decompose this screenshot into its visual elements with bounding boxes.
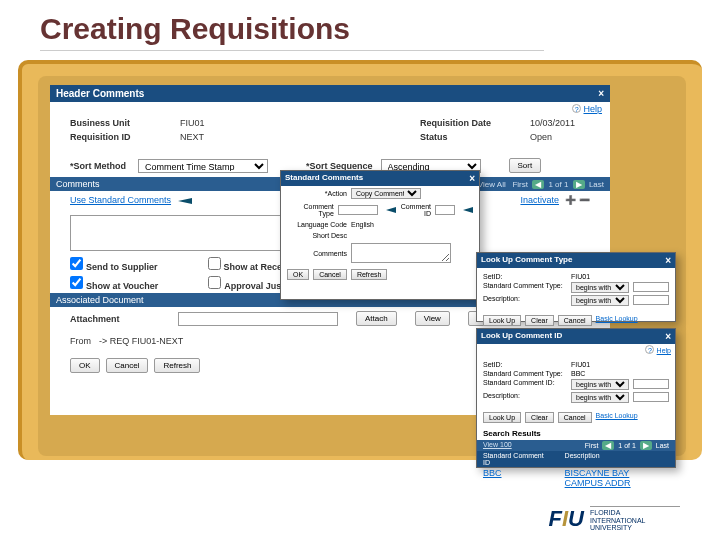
lookup-button[interactable]: Look Up xyxy=(483,315,521,326)
close-icon[interactable]: × xyxy=(665,331,671,342)
sort-seq-label: *Sort Sequence xyxy=(306,161,373,171)
sci-label: Standard Comment ID: xyxy=(483,379,567,390)
sort-method-label: *Sort Method xyxy=(70,161,130,171)
action-label: *Action xyxy=(287,190,347,197)
header-title: Header Comments xyxy=(56,88,144,99)
close-icon[interactable]: × xyxy=(665,255,671,266)
view100-link[interactable]: View 100 xyxy=(483,441,512,450)
sort-button[interactable]: Sort xyxy=(509,158,542,173)
lang-value: English xyxy=(351,221,374,228)
reqdate-label: Requisition Date xyxy=(420,118,510,128)
desc-input[interactable] xyxy=(633,295,669,305)
cid-label: Comment ID xyxy=(400,203,431,217)
help-icon[interactable]: ? xyxy=(572,104,581,113)
arrow-icon xyxy=(463,207,473,213)
popup-sc-title: Standard Comments xyxy=(285,173,363,184)
pager-next-icon[interactable]: ▶ xyxy=(640,441,652,450)
attachment-label: Attachment xyxy=(70,314,160,324)
view-button[interactable]: View xyxy=(415,311,450,326)
clear-button[interactable]: Clear xyxy=(525,315,554,326)
desc-input[interactable] xyxy=(633,392,669,402)
pager-last[interactable]: Last xyxy=(656,442,669,449)
shortdesc-label: Short Desc xyxy=(287,232,347,239)
sct-label: Standard Comment Type: xyxy=(483,282,567,293)
action-select[interactable]: Copy Comment xyxy=(351,188,421,199)
col-comment-id[interactable]: Standard Comment ID xyxy=(477,451,559,467)
fiu-mark: FIU xyxy=(549,506,584,532)
bu-value: FIU01 xyxy=(180,118,240,128)
sci-input[interactable] xyxy=(633,379,669,389)
popup-lookup-type: Look Up Comment Type× SetID:FIU01 Standa… xyxy=(476,252,676,322)
from-label: From xyxy=(70,336,91,346)
lookup-button[interactable]: Look Up xyxy=(483,412,521,423)
search-results-heading: Search Results xyxy=(477,427,675,440)
desc-op-select[interactable]: begins with xyxy=(571,295,629,306)
arrow-icon xyxy=(178,198,192,204)
cancel-button[interactable]: Cancel xyxy=(106,358,149,373)
comments-textarea[interactable] xyxy=(351,243,451,263)
add-row-icon[interactable]: ➕ xyxy=(565,195,576,205)
result-row-id[interactable]: BBC xyxy=(483,468,502,478)
help-link[interactable]: Help xyxy=(657,347,671,354)
setid-value: FIU01 xyxy=(571,273,590,280)
sct-op-select[interactable]: begins with xyxy=(571,282,629,293)
desc-label: Description: xyxy=(483,392,567,403)
result-row-desc[interactable]: BISCAYNE BAY CAMPUS ADDR xyxy=(565,468,631,488)
cancel-button[interactable]: Cancel xyxy=(558,412,592,423)
arrow-icon xyxy=(386,207,396,213)
pager-prev-icon[interactable]: ◀ xyxy=(532,180,544,189)
fiu-name: FLORIDAINTERNATIONALUNIVERSITY xyxy=(590,509,680,532)
reqdate-value: 10/03/2011 xyxy=(530,118,590,128)
refresh-button[interactable]: Refresh xyxy=(154,358,200,373)
pager-next-icon[interactable]: ▶ xyxy=(573,180,585,189)
basic-lookup-link[interactable]: Basic Lookup xyxy=(596,315,638,326)
assoc-doc-title: Associated Document xyxy=(56,295,144,305)
lang-label: Language Code xyxy=(287,221,347,228)
show-voucher-check[interactable]: Show at Voucher xyxy=(70,276,158,291)
sct-label: Standard Comment Type: xyxy=(483,370,567,377)
cid-input[interactable] xyxy=(435,205,455,215)
sct-value: BBC xyxy=(571,370,585,377)
sci-op-select[interactable]: begins with xyxy=(571,379,629,390)
setid-label: SetID: xyxy=(483,273,567,280)
popup-cid-title: Look Up Comment ID xyxy=(481,331,562,342)
popup-lookup-comment-id: Look Up Comment ID× ? Help SetID:FIU01 S… xyxy=(476,328,676,468)
clear-button[interactable]: Clear xyxy=(525,412,554,423)
sort-method-select[interactable]: Comment Time Stamp xyxy=(138,159,268,173)
close-icon[interactable]: × xyxy=(469,173,475,184)
use-std-comments-link[interactable]: Use Standard Comments xyxy=(70,195,171,205)
del-row-icon[interactable]: ➖ xyxy=(579,195,590,205)
from-value: -> REQ FIU01-NEXT xyxy=(99,336,183,346)
cancel-button[interactable]: Cancel xyxy=(558,315,592,326)
pager-count: 1 of 1 xyxy=(618,442,636,449)
header-bar: Header Comments × xyxy=(50,85,610,102)
reqid-value: NEXT xyxy=(180,132,240,142)
sc-refresh-button[interactable]: Refresh xyxy=(351,269,388,280)
pager-first[interactable]: First xyxy=(585,442,599,449)
fiu-logo: FIU FLORIDAINTERNATIONALUNIVERSITY xyxy=(549,506,680,532)
desc-op-select[interactable]: begins with xyxy=(571,392,629,403)
help-row: ? Help xyxy=(50,102,610,116)
basic-lookup-link[interactable]: Basic Lookup xyxy=(596,412,638,423)
ctype-label: Comment Type xyxy=(287,203,334,217)
pager-prev-icon[interactable]: ◀ xyxy=(602,441,614,450)
ok-button[interactable]: OK xyxy=(70,358,100,373)
desc-label: Description: xyxy=(483,295,567,306)
attachment-input[interactable] xyxy=(178,312,338,326)
bu-label: Business Unit xyxy=(70,118,160,128)
col-description[interactable]: Description xyxy=(559,451,675,467)
attach-button[interactable]: Attach xyxy=(356,311,397,326)
sc-ok-button[interactable]: OK xyxy=(287,269,309,280)
reqid-label: Requisition ID xyxy=(70,132,160,142)
inactivate-link[interactable]: Inactivate xyxy=(520,195,559,205)
help-icon[interactable]: ? xyxy=(645,345,654,354)
sc-cancel-button[interactable]: Cancel xyxy=(313,269,347,280)
help-link[interactable]: Help xyxy=(583,104,602,114)
status-label: Status xyxy=(420,132,510,142)
sct-input[interactable] xyxy=(633,282,669,292)
ctype-input[interactable] xyxy=(338,205,378,215)
close-icon[interactable]: × xyxy=(598,88,604,99)
setid-label: SetID: xyxy=(483,361,567,368)
popup-type-title: Look Up Comment Type xyxy=(481,255,572,266)
send-supplier-check[interactable]: Send to Supplier xyxy=(70,257,158,272)
